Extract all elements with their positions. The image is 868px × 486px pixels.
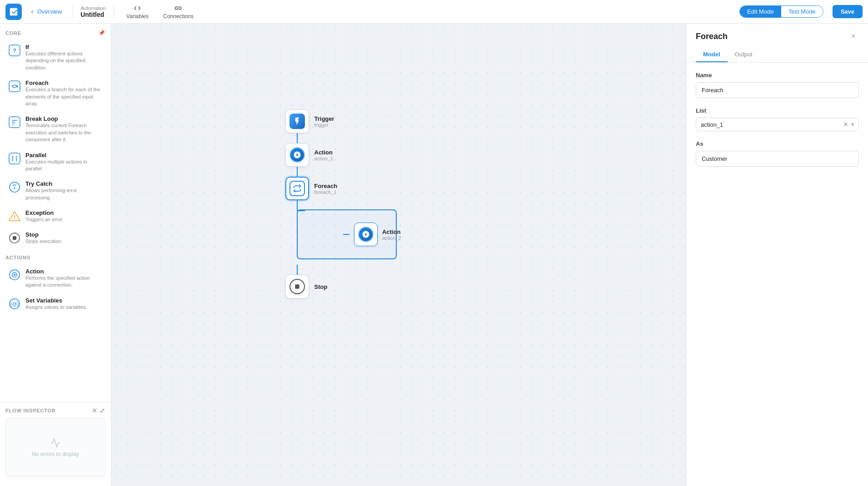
connector-1 [297,133,298,143]
svg-rect-13 [13,236,16,240]
list-field-group: List action_1 ✕ ▾ [696,107,859,131]
header-divider-2 [113,5,114,18]
as-field-group: As [696,140,859,167]
as-input[interactable] [696,151,859,167]
svg-point-3 [16,85,18,87]
exception-icon: ! [8,210,21,223]
component-stop[interactable]: Stop Stops execution. [5,228,105,248]
flow-nodes: Trigger trigger Action action_1 [285,109,338,298]
trigger-box[interactable] [285,109,309,133]
mode-toggle: Edit Mode Test Mode [739,5,823,18]
foreach-icon-sidebar [8,80,21,93]
svg-rect-5 [9,153,20,164]
app-logo [5,4,22,20]
inspector-content: No errors to display [5,418,105,477]
flow-inspector: FLOW INSPECTOR ✕ ⤢ No errors to display [0,402,111,486]
no-errors-label: No errors to display [32,451,79,457]
foreach-box[interactable] [285,177,309,200]
parallel-icon [8,152,21,165]
left-panel: CORE 📌 ? If Executes different actions d… [0,24,111,486]
breadcrumb-title: Untitled [80,11,106,18]
component-try-catch[interactable]: Try Catch Allows performing error proces… [5,177,105,204]
svg-text:!: ! [14,214,15,221]
if-icon: ? [8,44,21,57]
action1-node[interactable]: Action action_1 [285,143,334,167]
right-header-top: Foreach × [696,31,859,42]
action2-left-line [343,234,349,235]
action2-label: Action action_2 [382,228,401,241]
try-catch-icon [8,181,21,193]
actions-section-title: ACTIONS [5,255,105,260]
right-panel-title: Foreach [696,32,728,41]
stop-node[interactable]: Stop [285,275,328,298]
break-loop-icon [8,116,21,129]
trigger-node[interactable]: Trigger trigger [285,109,334,133]
list-field-label: List [696,107,859,114]
canvas[interactable]: Trigger trigger Action action_1 [111,24,686,486]
edit-mode-button[interactable]: Edit Mode [740,6,781,17]
action1-icon [289,147,305,163]
back-button[interactable]: Overview [25,6,65,17]
component-set-variables[interactable]: {@} Set Variables Assigns values to vari… [5,294,105,314]
name-field-group: Name [696,72,859,98]
foreach-loop-box: Action action_2 [297,209,397,259]
variables-label: Variables [126,13,149,20]
components-panel: CORE 📌 ? If Executes different actions d… [0,24,111,402]
action-text: Action Performs the specified action aga… [25,268,103,289]
connector-3 [297,265,298,275]
connections-button[interactable]: Connections [158,2,199,21]
core-section-title: CORE 📌 [5,30,105,36]
if-text: If Executes different actions depending … [25,44,103,71]
action1-box[interactable] [285,143,309,167]
component-foreach[interactable]: Foreach Executes a branch for each of th… [5,76,105,110]
name-field-label: Name [696,72,859,79]
inspector-close[interactable]: ✕ ⤢ [92,407,105,414]
component-if[interactable]: ? If Executes different actions dependin… [5,40,105,74]
header-divider-1 [73,5,73,18]
name-input[interactable] [696,82,859,98]
right-panel-close[interactable]: × [848,31,859,42]
exception-text: Exception Triggers an error. [25,209,64,223]
test-mode-button[interactable]: Test Mode [781,6,823,17]
svg-text:{@}: {@} [10,301,19,307]
back-label: Overview [37,8,62,15]
foreach-down-connector [297,200,298,210]
list-clear-button[interactable]: ✕ [843,121,848,128]
breadcrumb: Automation Untitled [80,5,106,18]
action2-icon [358,227,374,242]
tab-output[interactable]: Output [728,47,760,62]
stop-icon [289,279,305,294]
action2-wrapper[interactable]: Action action_2 [343,223,401,246]
stop-icon-sidebar [8,232,21,244]
connector-2 [297,167,298,177]
foreach-text: Foreach Executes a branch for each of th… [25,79,103,107]
inspector-header: FLOW INSPECTOR ✕ ⤢ [5,407,105,414]
foreach-label: Foreach foreach_1 [314,183,338,195]
svg-point-16 [14,274,15,276]
stop-box[interactable] [285,275,309,298]
list-chevron-icon[interactable]: ▾ [851,121,854,128]
save-button[interactable]: Save [833,5,863,18]
right-panel-body: Name List action_1 ✕ ▾ As [687,63,868,486]
action1-label: Action action_1 [314,149,334,161]
component-action[interactable]: Action Performs the specified action aga… [5,265,105,292]
component-parallel[interactable]: Parallel Executes multiple actions in pa… [5,149,105,176]
as-field-label: As [696,140,859,147]
main-layout: CORE 📌 ? If Executes different actions d… [0,24,868,486]
pin-icon[interactable]: 📌 [99,30,105,36]
svg-rect-19 [295,284,299,288]
list-select-actions: ✕ ▾ [843,121,854,128]
foreach-node[interactable]: Foreach foreach_1 [285,177,338,200]
variables-button[interactable]: Variables [121,2,154,21]
component-break-loop[interactable]: Break Loop Terminates current Foreach ex… [5,112,105,146]
component-exception[interactable]: ! Exception Triggers an error. [5,206,105,226]
list-select[interactable]: action_1 ✕ ▾ [696,118,859,131]
set-variables-text: Set Variables Assigns values to variable… [25,297,87,311]
action2-box[interactable] [354,223,378,246]
right-panel-tabs: Model Output [696,47,859,62]
tab-model[interactable]: Model [696,47,728,62]
break-loop-text: Break Loop Terminates current Foreach ex… [25,115,103,143]
header: Overview Automation Untitled Variables C… [0,0,868,24]
trigger-icon [289,114,305,129]
list-select-value: action_1 [701,121,843,128]
